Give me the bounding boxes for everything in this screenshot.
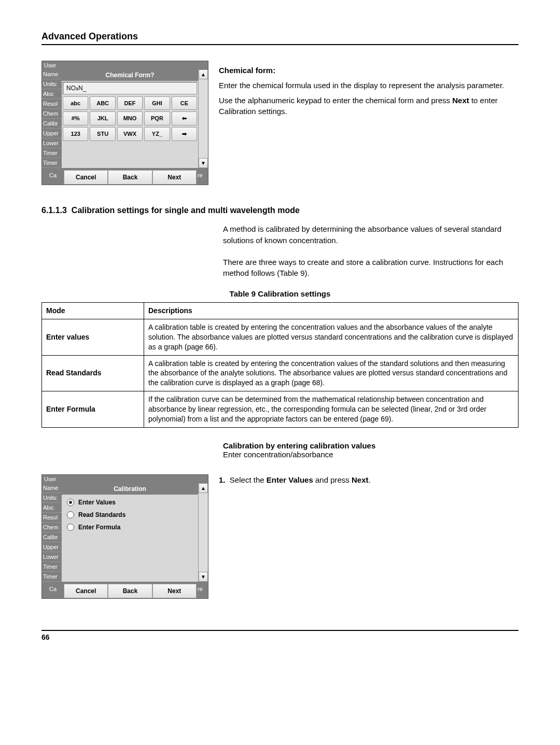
- radio-enter-values[interactable]: Enter Values: [67, 499, 193, 506]
- calibration-title: Calibration: [62, 483, 198, 495]
- widget-user-label: User: [42, 475, 208, 483]
- key-123[interactable]: 123: [63, 127, 88, 141]
- side-label: Name: [42, 483, 62, 493]
- page-header: Advanced Operations: [41, 31, 519, 45]
- side-label: Resol: [42, 513, 62, 523]
- chemical-form-description: Chemical form: Enter the chemical formul…: [219, 61, 519, 121]
- side-label: Timer: [42, 148, 62, 158]
- ca-label: Ca: [42, 168, 64, 185]
- col-desc: Descriptions: [144, 303, 519, 319]
- side-label: Lower: [42, 552, 62, 562]
- side-label: Abs:: [42, 503, 62, 513]
- page-footer: 66: [41, 630, 519, 641]
- subheading: Calibration by entering calibration valu…: [223, 441, 519, 459]
- radio-panel: Enter Values Read Standards Enter Formul…: [62, 495, 198, 582]
- side-label: Calibr: [42, 119, 62, 129]
- scroll-up-icon[interactable]: ▲: [199, 69, 208, 79]
- radio-enter-formula[interactable]: Enter Formula: [67, 524, 193, 531]
- table-row: Enter values A calibration table is crea…: [42, 319, 519, 355]
- radio-read-standards[interactable]: Read Standards: [67, 511, 193, 518]
- chemical-form-input[interactable]: NO₃N_: [63, 82, 197, 94]
- side-label: Resol: [42, 99, 62, 109]
- section-p2: There are three ways to create and store…: [223, 257, 519, 279]
- section-heading: 6.1.1.3 Calibration settings for single …: [41, 206, 519, 215]
- widget-user-label: User: [42, 61, 208, 69]
- chemical-form-widget: User Name Units: Abs: Resol Chem Calibr …: [41, 61, 208, 185]
- calibration-settings-table: Mode Descriptions Enter values A calibra…: [41, 302, 519, 428]
- table-row: Enter Formula If the calibration curve c…: [42, 391, 519, 428]
- key-right-arrow-icon[interactable]: ➡: [172, 127, 197, 141]
- key-GHI[interactable]: GHI: [144, 96, 170, 110]
- side-label: Chem: [42, 109, 62, 119]
- side-label: Timer: [42, 158, 62, 168]
- re-label: re: [197, 168, 208, 185]
- key-PQR[interactable]: PQR: [144, 111, 170, 125]
- key-STU[interactable]: STU: [90, 127, 115, 141]
- side-label: Upper: [42, 129, 62, 138]
- side-label: Calibr: [42, 532, 62, 542]
- side-labels: Name Units: Abs: Resol Chem Calibr Upper…: [42, 483, 62, 582]
- side-label: Chem: [42, 523, 62, 532]
- scrollbar[interactable]: ▲ ▼: [198, 69, 208, 168]
- cancel-button[interactable]: Cancel: [64, 170, 108, 185]
- radio-icon: [67, 524, 74, 531]
- scroll-down-icon[interactable]: ▼: [199, 158, 208, 168]
- side-label: Timer: [42, 562, 62, 572]
- key-DEF[interactable]: DEF: [117, 96, 143, 110]
- step-1-text: 1. Select the Enter Values and press Nex…: [219, 474, 519, 485]
- radio-icon: [67, 511, 74, 518]
- table-row: Read Standards A calibration table is cr…: [42, 355, 519, 391]
- side-label: Lower: [42, 138, 62, 148]
- side-label: Name: [42, 69, 62, 79]
- back-button[interactable]: Back: [108, 584, 152, 598]
- radio-label: Enter Values: [78, 499, 116, 506]
- cancel-button[interactable]: Cancel: [64, 584, 108, 598]
- key-YZ[interactable]: YZ_: [144, 127, 170, 141]
- scrollbar[interactable]: ▲ ▼: [198, 483, 208, 582]
- ca-label: Ca: [42, 582, 64, 598]
- chem-form-p1: Enter the chemical formula used in the d…: [219, 80, 519, 91]
- page-title: Advanced Operations: [41, 31, 138, 41]
- table-title: Table 9 Calibration settings: [41, 289, 519, 298]
- radio-label: Read Standards: [78, 511, 125, 518]
- chemical-form-title: Chemical Form?: [62, 69, 198, 81]
- key-MNO[interactable]: MNO: [117, 111, 143, 125]
- key-left-arrow-icon[interactable]: ⬅: [172, 111, 197, 125]
- side-labels: Name Units: Abs: Resol Chem Calibr Upper…: [42, 69, 62, 168]
- scroll-up-icon[interactable]: ▲: [199, 483, 208, 493]
- section-p1: A method is calibrated by determining th…: [223, 223, 519, 246]
- side-label: Units:: [42, 79, 62, 89]
- side-label: Timer: [42, 572, 62, 582]
- key-VWX[interactable]: VWX: [117, 127, 143, 141]
- chem-form-p2: Use the alphanumeric keypad to enter the…: [219, 95, 519, 117]
- chem-form-heading: Chemical form:: [219, 66, 275, 75]
- key-symbols[interactable]: #%: [63, 111, 88, 125]
- next-button[interactable]: Next: [152, 584, 197, 598]
- scroll-down-icon[interactable]: ▼: [199, 572, 208, 582]
- back-button[interactable]: Back: [108, 170, 152, 185]
- side-label: Abs:: [42, 89, 62, 99]
- side-label: Units:: [42, 493, 62, 503]
- key-ABC[interactable]: ABC: [90, 96, 115, 110]
- page-number: 66: [41, 633, 50, 641]
- radio-icon: [67, 499, 74, 506]
- next-button[interactable]: Next: [152, 170, 197, 185]
- col-mode: Mode: [42, 303, 144, 319]
- calibration-widget: User Name Units: Abs: Resol Chem Calibr …: [41, 474, 208, 599]
- side-label: Upper: [42, 542, 62, 552]
- re-label: re: [197, 582, 208, 598]
- key-JKL[interactable]: JKL: [90, 111, 115, 125]
- radio-label: Enter Formula: [78, 524, 120, 531]
- keypad: abc ABC DEF GHI CE #% JKL MNO PQR ⬅: [62, 95, 198, 142]
- key-CE[interactable]: CE: [172, 96, 197, 110]
- key-abc[interactable]: abc: [63, 96, 88, 110]
